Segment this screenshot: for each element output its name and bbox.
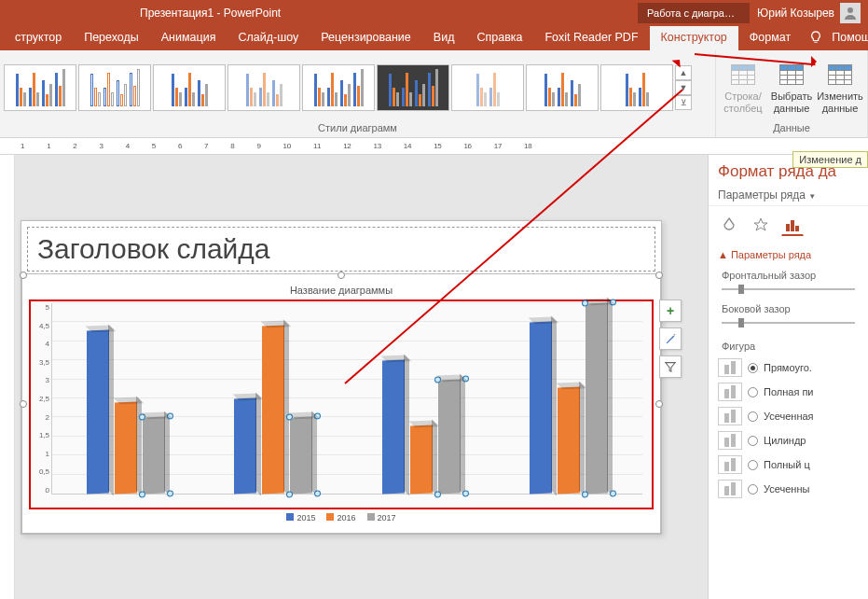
chart-quick-actions: + <box>659 300 682 378</box>
chart-y-axis: 00,511,522,533,544,55 <box>31 301 51 508</box>
chart-bar[interactable] <box>87 329 109 494</box>
svg-rect-5 <box>795 226 799 231</box>
chart-styles-button[interactable] <box>659 327 682 350</box>
group-label-styles: Стили диаграмм <box>4 122 711 135</box>
side-gap-slider[interactable] <box>722 316 855 329</box>
select-data-button[interactable]: Выбрать данные <box>768 59 815 115</box>
front-gap-label: Фронтальный зазор <box>709 266 868 281</box>
chart-title[interactable]: Название диаграммы <box>29 281 654 300</box>
shape-radio[interactable] <box>748 387 758 397</box>
format-pane: Изменение д Формат ряда да Параметры ряд… <box>709 155 868 599</box>
chart-style-1[interactable] <box>4 64 76 111</box>
shape-option-label: Цилиндр <box>764 435 806 446</box>
fill-line-tab-icon[interactable] <box>718 214 740 236</box>
format-pane-section-dropdown[interactable]: Параметры ряда ▼ <box>709 185 868 206</box>
legend-item[interactable]: 2015 <box>286 513 315 522</box>
style-nav-more[interactable]: ⊻ <box>675 95 692 110</box>
series-params-expand[interactable]: ▲ Параметры ряда <box>709 244 868 266</box>
help-lightbulb-icon[interactable] <box>802 26 830 50</box>
chart-style-2[interactable] <box>78 64 151 111</box>
shape-option-label: Усеченная <box>764 411 814 422</box>
shape-radio[interactable] <box>748 460 758 470</box>
tab-help[interactable]: Справка <box>465 26 533 50</box>
shape-option[interactable]: Полный ц <box>718 453 859 477</box>
chart-style-3[interactable] <box>153 64 226 111</box>
style-nav-up[interactable]: ▲ <box>675 65 692 80</box>
chart-bar[interactable] <box>586 303 608 495</box>
chart-object[interactable]: Название диаграммы 00,511,522,533,544,55… <box>25 277 657 530</box>
user-name: Юрий Козырев <box>757 7 834 20</box>
shape-option[interactable]: Усеченны <box>718 477 859 501</box>
shape-option-label: Прямоуго. <box>764 362 812 373</box>
app-title: Презентация1 - PowerPoint <box>140 7 281 20</box>
tell-me-label[interactable]: Помощни <box>830 26 868 50</box>
slide[interactable]: Заголовок слайда Название диаграммы 00,5… <box>21 220 662 535</box>
shape-option[interactable]: Усеченная <box>718 404 859 428</box>
shape-option-label: Усеченны <box>764 483 809 495</box>
chart-style-8[interactable] <box>526 64 599 111</box>
group-label-data: Данные <box>720 122 863 135</box>
tab-animation[interactable]: Анимация <box>150 26 227 50</box>
chart-bar[interactable] <box>438 379 461 494</box>
tab-constructor-trunc[interactable]: структор <box>4 26 73 50</box>
chart-style-6[interactable] <box>377 64 449 111</box>
chart-bar[interactable] <box>115 402 137 495</box>
shape-radio[interactable] <box>748 484 758 495</box>
shape-preview-icon <box>718 480 742 498</box>
annotation-arrowhead-2 <box>811 56 822 67</box>
edit-data-button[interactable]: Изменить данные <box>817 59 863 115</box>
shape-preview-icon <box>718 383 742 401</box>
shape-preview-icon <box>718 358 742 377</box>
tab-review[interactable]: Рецензирование <box>310 26 422 50</box>
svg-rect-4 <box>791 220 794 231</box>
ribbon: ▲ ▼ ⊻ Стили диаграмм Строка/ столбец Выб… <box>0 50 868 138</box>
horizontal-ruler: 1123456789101112131415161718 <box>0 138 868 155</box>
shape-option[interactable]: Полная пи <box>718 380 859 404</box>
chart-bars[interactable] <box>51 303 642 495</box>
svg-rect-3 <box>786 224 790 231</box>
shape-radio[interactable] <box>748 363 758 373</box>
svg-point-0 <box>847 7 853 13</box>
shape-option[interactable]: Прямоуго. <box>718 355 859 380</box>
shape-option-label: Полная пи <box>764 386 814 397</box>
chart-filters-button[interactable] <box>659 355 682 378</box>
chart-bar[interactable] <box>234 398 256 495</box>
tab-transitions[interactable]: Переходы <box>73 26 150 50</box>
slide-title-placeholder[interactable]: Заголовок слайда <box>27 227 655 272</box>
chart-style-5[interactable] <box>302 64 375 111</box>
tab-slideshow[interactable]: Слайд-шоу <box>227 26 310 50</box>
ribbon-tabs: структор Переходы Анимация Слайд-шоу Рец… <box>0 26 868 50</box>
slide-editor[interactable]: Заголовок слайда Название диаграммы 00,5… <box>0 155 709 599</box>
side-gap-label: Боковой зазор <box>709 300 868 314</box>
chart-bar[interactable] <box>558 386 580 494</box>
tab-foxit[interactable]: Foxit Reader PDF <box>533 26 649 50</box>
tab-chart-design[interactable]: Конструктор <box>650 26 738 50</box>
tab-view[interactable]: Вид <box>422 26 466 50</box>
chart-style-4[interactable] <box>227 64 300 111</box>
shape-preview-icon <box>718 407 742 425</box>
chart-bar[interactable] <box>382 360 405 495</box>
chart-style-9[interactable] <box>600 64 673 111</box>
chart-bar[interactable] <box>143 417 165 494</box>
chart-legend[interactable]: 201520162017 <box>29 509 654 526</box>
front-gap-slider[interactable] <box>722 283 855 296</box>
chart-style-7[interactable] <box>451 64 524 111</box>
shape-option[interactable]: Цилиндр <box>718 428 859 453</box>
user-account[interactable]: Юрий Козырев <box>750 3 868 23</box>
chart-elements-button[interactable]: + <box>659 300 682 322</box>
chart-bar[interactable] <box>262 326 284 494</box>
chart-plot-area[interactable]: 00,511,522,533,544,55 <box>29 300 654 509</box>
shape-preview-icon <box>718 431 742 450</box>
switch-row-column-button[interactable]: Строка/ столбец <box>720 59 766 115</box>
legend-item[interactable]: 2017 <box>367 513 396 522</box>
chart-bar[interactable] <box>290 417 312 494</box>
legend-item[interactable]: 2016 <box>326 513 355 522</box>
tab-chart-format[interactable]: Формат <box>738 26 802 50</box>
svg-marker-2 <box>754 218 767 230</box>
chart-bar[interactable] <box>530 322 552 494</box>
chart-bar[interactable] <box>410 425 433 494</box>
shape-radio[interactable] <box>748 436 758 446</box>
shape-radio[interactable] <box>748 411 758 422</box>
series-options-tab-icon[interactable] <box>781 214 804 236</box>
effects-tab-icon[interactable] <box>750 214 772 236</box>
